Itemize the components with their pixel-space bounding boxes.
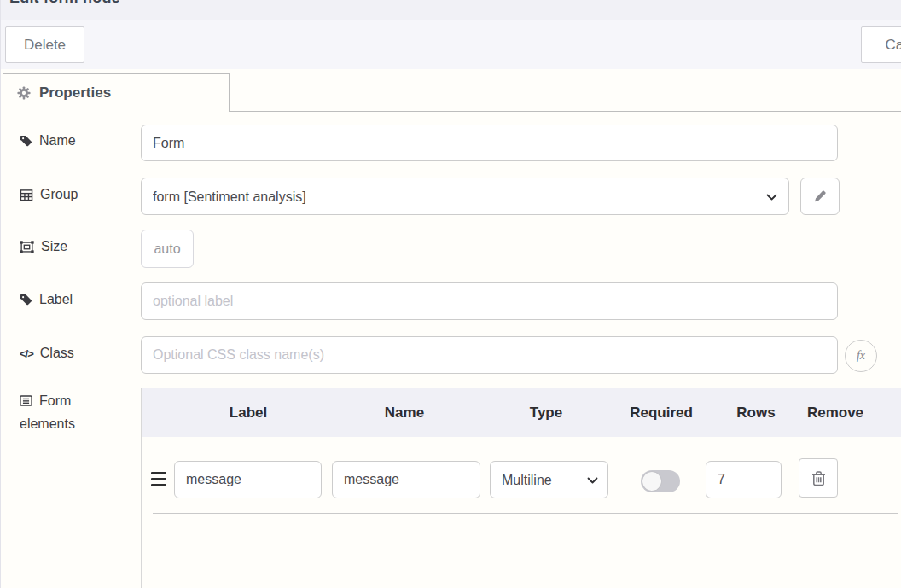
column-header-rows: Rows xyxy=(736,405,775,422)
edit-form-node-dialog: Edit form node Delete Cancel Properties xyxy=(0,0,901,588)
element-type-select[interactable]: Multiline xyxy=(490,461,608,498)
form-elements-table-header: Label Name Type Required Rows Remove xyxy=(142,388,901,437)
element-name-input[interactable] xyxy=(332,461,480,498)
tag-icon xyxy=(20,294,32,306)
dialog-toolbar xyxy=(1,20,901,69)
edit-group-button[interactable] xyxy=(800,178,840,215)
label-input[interactable] xyxy=(141,282,838,320)
column-header-name: Name xyxy=(385,405,424,422)
code-icon: </> xyxy=(20,347,33,360)
tag-icon xyxy=(20,135,32,148)
tab-properties[interactable]: Properties xyxy=(3,73,230,112)
tab-properties-label: Properties xyxy=(39,84,111,102)
group-field-label: Group xyxy=(20,187,78,202)
remove-element-button[interactable] xyxy=(799,458,838,498)
expression-fx-button[interactable]: fx xyxy=(845,340,877,372)
column-header-type: Type xyxy=(530,405,562,422)
class-input[interactable] xyxy=(141,336,838,374)
name-field-label: Name xyxy=(20,133,76,148)
name-input[interactable] xyxy=(141,125,838,161)
object-group-icon xyxy=(20,241,34,253)
group-select-wrap: form [Sentiment analysis] xyxy=(141,178,789,215)
row-divider xyxy=(153,513,898,514)
required-toggle[interactable] xyxy=(641,470,680,492)
dialog-title: Edit form node xyxy=(9,0,120,7)
column-header-remove: Remove xyxy=(807,405,863,422)
cancel-button[interactable]: Cancel xyxy=(861,26,901,63)
group-select[interactable]: form [Sentiment analysis] xyxy=(141,178,789,215)
table-icon xyxy=(20,189,33,201)
toggle-knob xyxy=(642,472,661,491)
drag-handle-icon[interactable] xyxy=(151,472,166,486)
size-field-label: Size xyxy=(20,239,67,254)
label-field-label: Label xyxy=(20,292,73,307)
delete-button[interactable]: Delete xyxy=(5,26,84,63)
element-label-input[interactable] xyxy=(174,461,322,498)
class-field-label: </> Class xyxy=(20,346,74,361)
form-elements-field-label: Form elements xyxy=(20,389,115,435)
dialog-header: Edit form node xyxy=(1,0,901,20)
element-type-select-wrap: Multiline xyxy=(490,461,608,498)
list-icon xyxy=(20,394,32,407)
trash-icon xyxy=(811,470,826,486)
column-header-label: Label xyxy=(230,405,267,422)
pencil-icon xyxy=(813,189,827,203)
gear-icon xyxy=(17,86,31,100)
element-rows-input[interactable] xyxy=(706,461,782,498)
tab-bar-divider xyxy=(230,111,901,112)
size-auto-button[interactable]: auto xyxy=(141,230,194,268)
column-header-required: Required xyxy=(630,405,693,422)
